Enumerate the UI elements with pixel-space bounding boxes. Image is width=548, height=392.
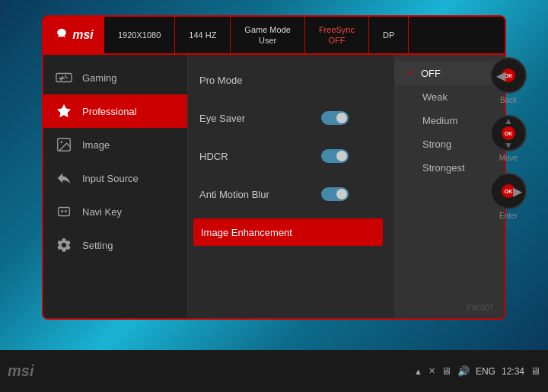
setting-row-hdcr[interactable]: HDCR (199, 142, 383, 170)
notification-icon: 🖥 (530, 365, 540, 377)
sidebar-label-gaming: Gaming (82, 72, 117, 84)
option-label-off: OFF (421, 68, 441, 79)
option-label-medium: Medium (406, 115, 457, 126)
setting-row-eye-saver[interactable]: Eye Saver (199, 104, 383, 132)
gear-icon (55, 236, 73, 254)
svg-rect-4 (65, 210, 67, 212)
monitor-osd-panel: msi 1920X1080 144 HZ Game ModeUser FreeS… (42, 15, 506, 320)
taskbar-time: 12:34 (502, 366, 524, 377)
down-arrow-icon: ▼ (504, 141, 513, 150)
setting-label-anti-motion-blur: Anti Motion Blur (199, 189, 321, 200)
toggle-anti-motion-blur[interactable] (321, 187, 349, 201)
toggle-knob-eye-saver (336, 113, 347, 123)
svg-point-1 (60, 141, 62, 143)
enter-button[interactable]: OK ▶ (490, 173, 527, 209)
back-label: Back (500, 96, 517, 104)
setting-row-pro-mode[interactable]: Pro Mode (199, 66, 383, 94)
enter-label: Enter (499, 212, 518, 220)
settings-panel: Pro Mode Eye Saver HDCR Anti Motion Blur (188, 55, 394, 318)
option-weak[interactable]: Weak (394, 85, 505, 109)
sidebar: Gaming Professional Im (43, 55, 188, 318)
navi-icon (55, 202, 73, 221)
osd-main-content: Gaming Professional Im (43, 55, 505, 318)
toggle-knob-hdcr (336, 151, 347, 161)
checkmark-icon: ✓ (406, 67, 415, 79)
sidebar-label-image: Image (82, 139, 110, 151)
osd-header: msi 1920X1080 144 HZ Game ModeUser FreeS… (43, 17, 505, 55)
display-icon: 🖥 (441, 365, 451, 377)
setting-label-hdcr: HDCR (199, 151, 321, 162)
option-off[interactable]: ✓ OFF (394, 61, 505, 85)
gamepad-icon (55, 69, 73, 87)
language-label: ENG (476, 366, 495, 377)
sidebar-item-input-source[interactable]: Input Source (43, 161, 187, 195)
sidebar-label-navi-key: Navi Key (82, 206, 122, 218)
svg-rect-3 (61, 210, 63, 212)
sidebar-item-professional[interactable]: Professional (43, 94, 187, 128)
header-dp: DP (369, 17, 409, 53)
taskbar-right: ▲ ✕ 🖥 🔊 ENG 12:34 🖥 (414, 365, 540, 377)
option-medium[interactable]: Medium (394, 109, 505, 132)
firmware-version: FW.007 (467, 304, 493, 312)
header-resolution: 1920X1080 (104, 17, 175, 53)
option-label-strong: Strong (406, 139, 451, 150)
option-strong[interactable]: Strong (394, 132, 505, 156)
option-label-weak: Weak (406, 91, 448, 103)
header-game-mode: Game ModeUser (231, 17, 305, 53)
msi-logo: msi (43, 16, 104, 54)
setting-row-image-enhancement[interactable]: Image Enhancement (193, 218, 383, 246)
toggle-hdcr[interactable] (321, 149, 349, 163)
setting-label-pro-mode: Pro Mode (199, 75, 321, 86)
ok-badge-move: OK (502, 126, 515, 140)
right-controls: ◀ OK ▶ Back ▲ OK ▼ Move OK ▶ (490, 57, 527, 220)
sidebar-label-setting: Setting (82, 240, 113, 251)
sidebar-item-navi-key[interactable]: Navi Key (43, 195, 187, 228)
volume-icon: 🔊 (457, 365, 470, 377)
toggle-eye-saver[interactable] (321, 111, 349, 125)
option-label-strongest: Strongest (406, 162, 465, 174)
setting-row-anti-motion-blur[interactable]: Anti Motion Blur (199, 180, 383, 208)
toggle-knob-anti-motion-blur (336, 189, 347, 199)
up-arrow-icon: ▲ (504, 116, 513, 126)
arrow-up-icon: ▲ (414, 367, 422, 376)
close-small-icon: ✕ (429, 366, 435, 376)
setting-label-image-enhancement: Image Enhancement (201, 227, 323, 238)
svg-rect-2 (59, 208, 70, 216)
sidebar-item-image[interactable]: Image (43, 128, 187, 161)
header-hz: 144 HZ (175, 17, 231, 53)
sidebar-label-input-source: Input Source (82, 173, 139, 184)
msi-logo-text: msi (72, 28, 94, 42)
move-control[interactable]: ▲ OK ▼ Move (490, 115, 527, 162)
move-label: Move (499, 154, 518, 162)
taskbar: msi ▲ ✕ 🖥 🔊 ENG 12:34 🖥 (0, 350, 548, 392)
left-arrow-icon: ◀ (496, 69, 505, 83)
back-button[interactable]: ◀ OK ▶ (490, 57, 527, 94)
taskbar-logo: msi (8, 362, 33, 380)
setting-label-eye-saver: Eye Saver (199, 113, 321, 124)
sidebar-label-professional: Professional (82, 106, 137, 117)
options-panel: ✓ OFF Weak Medium Strong Strongest (394, 55, 505, 318)
enter-control[interactable]: OK ▶ Enter (490, 173, 527, 220)
image-icon (55, 135, 73, 154)
header-freesync: FreeSyncOFF (305, 17, 369, 53)
right-arrow-icon: ▶ (513, 184, 522, 199)
move-button[interactable]: ▲ OK ▼ (490, 115, 527, 151)
sidebar-item-gaming[interactable]: Gaming (43, 61, 187, 94)
sidebar-item-setting[interactable]: Setting (43, 228, 187, 262)
header-info: 1920X1080 144 HZ Game ModeUser FreeSyncO… (104, 17, 505, 53)
option-strongest[interactable]: Strongest (394, 156, 505, 180)
back-control[interactable]: ◀ OK ▶ Back (490, 57, 527, 104)
star-icon (55, 102, 73, 120)
input-icon (55, 169, 73, 187)
